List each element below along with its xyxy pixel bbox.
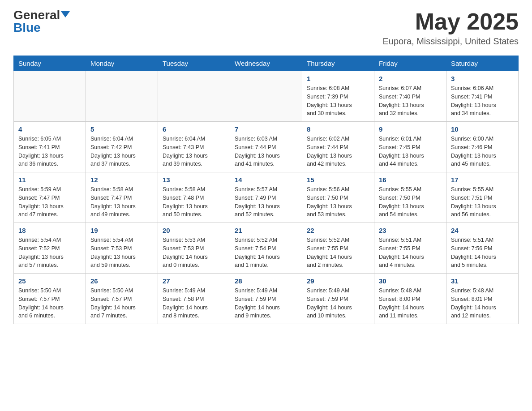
day-number: 17 — [451, 176, 514, 184]
day-number: 16 — [379, 176, 442, 184]
day-number: 26 — [90, 277, 153, 285]
calendar-cell: 2Sunrise: 6:07 AM Sunset: 7:40 PM Daylig… — [374, 71, 446, 122]
day-info: Sunrise: 5:50 AM Sunset: 7:57 PM Dayligh… — [90, 287, 153, 320]
day-number: 9 — [379, 125, 442, 133]
day-number: 19 — [90, 227, 153, 234]
day-info: Sunrise: 5:49 AM Sunset: 7:59 PM Dayligh… — [235, 287, 297, 320]
day-number: 18 — [18, 227, 81, 234]
calendar-cell: 18Sunrise: 5:54 AM Sunset: 7:52 PM Dayli… — [14, 223, 86, 274]
calendar-cell: 5Sunrise: 6:04 AM Sunset: 7:42 PM Daylig… — [86, 122, 158, 172]
day-info: Sunrise: 6:07 AM Sunset: 7:40 PM Dayligh… — [379, 84, 442, 118]
day-info: Sunrise: 5:53 AM Sunset: 7:53 PM Dayligh… — [163, 236, 225, 270]
calendar-table: SundayMondayTuesdayWednesdayThursdayFrid… — [13, 56, 519, 324]
calendar-cell — [86, 71, 158, 122]
day-info: Sunrise: 5:49 AM Sunset: 7:59 PM Dayligh… — [307, 287, 369, 320]
week-row-1: 1Sunrise: 6:08 AM Sunset: 7:39 PM Daylig… — [14, 71, 519, 122]
day-info: Sunrise: 5:52 AM Sunset: 7:54 PM Dayligh… — [235, 236, 297, 270]
calendar-cell: 12Sunrise: 5:58 AM Sunset: 7:47 PM Dayli… — [86, 172, 158, 223]
week-row-2: 4Sunrise: 6:05 AM Sunset: 7:41 PM Daylig… — [14, 122, 519, 172]
calendar-cell: 7Sunrise: 6:03 AM Sunset: 7:44 PM Daylig… — [230, 122, 302, 172]
day-number: 22 — [307, 227, 369, 234]
calendar-cell: 11Sunrise: 5:59 AM Sunset: 7:47 PM Dayli… — [14, 172, 86, 223]
calendar-cell: 20Sunrise: 5:53 AM Sunset: 7:53 PM Dayli… — [158, 223, 230, 274]
day-info: Sunrise: 6:04 AM Sunset: 7:43 PM Dayligh… — [163, 135, 225, 168]
calendar-cell: 23Sunrise: 5:51 AM Sunset: 7:55 PM Dayli… — [374, 223, 446, 274]
calendar-cell: 6Sunrise: 6:04 AM Sunset: 7:43 PM Daylig… — [158, 122, 230, 172]
day-info: Sunrise: 5:52 AM Sunset: 7:55 PM Dayligh… — [307, 236, 369, 270]
calendar-cell: 25Sunrise: 5:50 AM Sunset: 7:57 PM Dayli… — [14, 274, 86, 324]
day-info: Sunrise: 5:55 AM Sunset: 7:51 PM Dayligh… — [451, 185, 514, 219]
calendar-cell: 28Sunrise: 5:49 AM Sunset: 7:59 PM Dayli… — [230, 274, 302, 324]
month-year-title: May 2025 — [383, 9, 519, 34]
day-info: Sunrise: 5:56 AM Sunset: 7:50 PM Dayligh… — [307, 185, 369, 219]
weekday-header-tuesday: Tuesday — [158, 56, 230, 71]
day-info: Sunrise: 5:58 AM Sunset: 7:47 PM Dayligh… — [90, 185, 153, 219]
day-number: 8 — [307, 125, 369, 133]
day-number: 11 — [18, 176, 81, 184]
logo: General Blue — [13, 9, 70, 34]
logo-general-text: General — [13, 9, 60, 21]
day-number: 28 — [235, 277, 297, 285]
day-info: Sunrise: 5:55 AM Sunset: 7:50 PM Dayligh… — [379, 185, 442, 219]
day-number: 1 — [307, 75, 369, 82]
page-header: General Blue May 2025 Eupora, Mississipp… — [13, 9, 519, 47]
day-info: Sunrise: 5:58 AM Sunset: 7:48 PM Dayligh… — [163, 185, 225, 219]
week-row-5: 25Sunrise: 5:50 AM Sunset: 7:57 PM Dayli… — [14, 274, 519, 324]
day-number: 24 — [451, 227, 514, 234]
day-info: Sunrise: 6:05 AM Sunset: 7:41 PM Dayligh… — [18, 135, 81, 168]
day-number: 31 — [451, 277, 514, 285]
calendar-cell: 19Sunrise: 5:54 AM Sunset: 7:53 PM Dayli… — [86, 223, 158, 274]
day-info: Sunrise: 5:48 AM Sunset: 8:00 PM Dayligh… — [379, 287, 442, 320]
day-number: 30 — [379, 277, 442, 285]
day-info: Sunrise: 6:08 AM Sunset: 7:39 PM Dayligh… — [307, 84, 369, 118]
day-number: 21 — [235, 227, 297, 234]
day-info: Sunrise: 6:03 AM Sunset: 7:44 PM Dayligh… — [235, 135, 297, 168]
calendar-cell — [14, 71, 86, 122]
day-info: Sunrise: 5:48 AM Sunset: 8:01 PM Dayligh… — [451, 287, 514, 320]
day-number: 25 — [18, 277, 81, 285]
day-info: Sunrise: 5:54 AM Sunset: 7:52 PM Dayligh… — [18, 236, 81, 270]
day-info: Sunrise: 5:51 AM Sunset: 7:55 PM Dayligh… — [379, 236, 442, 270]
day-info: Sunrise: 6:01 AM Sunset: 7:45 PM Dayligh… — [379, 135, 442, 168]
calendar-cell: 13Sunrise: 5:58 AM Sunset: 7:48 PM Dayli… — [158, 172, 230, 223]
weekday-header-monday: Monday — [86, 56, 158, 71]
day-info: Sunrise: 5:54 AM Sunset: 7:53 PM Dayligh… — [90, 236, 153, 270]
day-number: 5 — [90, 125, 153, 133]
day-number: 20 — [163, 227, 225, 234]
day-info: Sunrise: 5:49 AM Sunset: 7:58 PM Dayligh… — [163, 287, 225, 320]
day-info: Sunrise: 5:59 AM Sunset: 7:47 PM Dayligh… — [18, 185, 81, 219]
day-number: 27 — [163, 277, 225, 285]
day-info: Sunrise: 6:00 AM Sunset: 7:46 PM Dayligh… — [451, 135, 514, 168]
calendar-cell: 21Sunrise: 5:52 AM Sunset: 7:54 PM Dayli… — [230, 223, 302, 274]
day-number: 15 — [307, 176, 369, 184]
day-info: Sunrise: 5:50 AM Sunset: 7:57 PM Dayligh… — [18, 287, 81, 320]
logo-blue-text: Blue — [13, 21, 41, 34]
calendar-cell: 17Sunrise: 5:55 AM Sunset: 7:51 PM Dayli… — [446, 172, 519, 223]
calendar-cell: 24Sunrise: 5:51 AM Sunset: 7:56 PM Dayli… — [446, 223, 519, 274]
calendar-cell: 14Sunrise: 5:57 AM Sunset: 7:49 PM Dayli… — [230, 172, 302, 223]
title-section: May 2025 Eupora, Mississippi, United Sta… — [383, 9, 519, 47]
day-number: 6 — [163, 125, 225, 133]
calendar-cell: 22Sunrise: 5:52 AM Sunset: 7:55 PM Dayli… — [302, 223, 374, 274]
calendar-cell: 10Sunrise: 6:00 AM Sunset: 7:46 PM Dayli… — [446, 122, 519, 172]
calendar-cell: 31Sunrise: 5:48 AM Sunset: 8:01 PM Dayli… — [446, 274, 519, 324]
calendar-cell: 27Sunrise: 5:49 AM Sunset: 7:58 PM Dayli… — [158, 274, 230, 324]
calendar-cell: 3Sunrise: 6:06 AM Sunset: 7:41 PM Daylig… — [446, 71, 519, 122]
logo-arrow-icon — [61, 11, 70, 17]
day-number: 2 — [379, 75, 442, 82]
calendar-cell: 16Sunrise: 5:55 AM Sunset: 7:50 PM Dayli… — [374, 172, 446, 223]
day-number: 7 — [235, 125, 297, 133]
calendar-cell: 1Sunrise: 6:08 AM Sunset: 7:39 PM Daylig… — [302, 71, 374, 122]
week-row-3: 11Sunrise: 5:59 AM Sunset: 7:47 PM Dayli… — [14, 172, 519, 223]
day-info: Sunrise: 5:51 AM Sunset: 7:56 PM Dayligh… — [451, 236, 514, 270]
day-info: Sunrise: 6:06 AM Sunset: 7:41 PM Dayligh… — [451, 84, 514, 118]
weekday-header-saturday: Saturday — [446, 56, 519, 71]
calendar-cell: 15Sunrise: 5:56 AM Sunset: 7:50 PM Dayli… — [302, 172, 374, 223]
day-number: 23 — [379, 227, 442, 234]
calendar-cell: 9Sunrise: 6:01 AM Sunset: 7:45 PM Daylig… — [374, 122, 446, 172]
weekday-header-sunday: Sunday — [14, 56, 86, 71]
day-number: 3 — [451, 75, 514, 82]
calendar-cell: 4Sunrise: 6:05 AM Sunset: 7:41 PM Daylig… — [14, 122, 86, 172]
calendar-cell: 29Sunrise: 5:49 AM Sunset: 7:59 PM Dayli… — [302, 274, 374, 324]
week-row-4: 18Sunrise: 5:54 AM Sunset: 7:52 PM Dayli… — [14, 223, 519, 274]
